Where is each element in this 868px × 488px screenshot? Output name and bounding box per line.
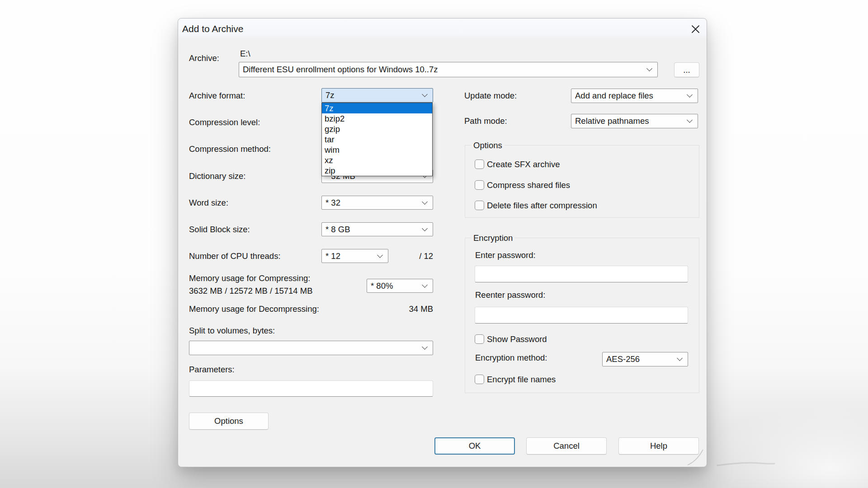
close-icon — [691, 25, 700, 33]
memory-decompress-value: 34 MB — [189, 304, 433, 314]
memory-compress-detail: 3632 MB / 12572 MB / 15714 MB — [189, 286, 313, 296]
show-password-checkbox[interactable] — [475, 334, 484, 344]
dropdown-item-gzip[interactable]: gzip — [322, 124, 432, 134]
dictionary-size-label: Dictionary size: — [189, 171, 245, 181]
browse-button-label: ... — [683, 65, 690, 75]
enter-password-label: Enter password: — [475, 250, 536, 260]
solid-block-combobox[interactable]: * 8 GB — [321, 222, 433, 236]
memory-compress-label: Memory usage for Compressing: — [189, 273, 310, 283]
titlebar: Add to Archive — [178, 19, 707, 39]
word-size-label: Word size: — [189, 198, 228, 208]
encryption-method-label: Encryption method: — [475, 353, 547, 363]
parameters-label: Parameters: — [189, 365, 235, 375]
encryption-method-value: AES-256 — [606, 354, 640, 364]
chevron-down-icon — [422, 225, 428, 231]
path-mode-value: Relative pathnames — [575, 116, 649, 126]
chevron-down-icon — [687, 117, 693, 123]
update-mode-combobox[interactable]: Add and replace files — [571, 89, 698, 103]
ok-button-label: OK — [469, 441, 481, 451]
reenter-password-input[interactable] — [475, 307, 688, 324]
dropdown-item-zip[interactable]: zip — [322, 165, 432, 176]
chevron-down-icon — [687, 92, 693, 98]
path-mode-label: Path mode: — [464, 116, 507, 126]
archive-name-combobox[interactable]: Different ESU enrollment options for Win… — [239, 62, 658, 77]
parameters-input[interactable] — [189, 380, 433, 397]
dropdown-item-bzip2[interactable]: bzip2 — [322, 113, 432, 124]
archive-drive-label: E:\ — [240, 49, 250, 59]
ok-button[interactable]: OK — [434, 437, 515, 455]
archive-label: Archive: — [189, 53, 219, 63]
compression-level-label: Compression level: — [189, 117, 260, 127]
create-sfx-label: Create SFX archive — [487, 160, 560, 169]
delete-files-label: Delete files after compression — [487, 201, 597, 210]
options-button[interactable]: Options — [189, 413, 269, 430]
solid-block-value: * 8 GB — [326, 225, 350, 234]
cancel-button-label: Cancel — [553, 441, 580, 451]
dropdown-item-xz[interactable]: xz — [322, 155, 432, 165]
archive-format-label: Archive format: — [189, 91, 245, 101]
split-volumes-combobox[interactable] — [189, 341, 433, 355]
help-button-label: Help — [650, 441, 667, 451]
dropdown-item-7z[interactable]: 7z — [322, 103, 432, 113]
chevron-down-icon — [422, 282, 428, 288]
archive-name-value: Different ESU enrollment options for Win… — [243, 65, 438, 74]
path-mode-combobox[interactable]: Relative pathnames — [571, 114, 698, 128]
encryption-group-title: Encryption — [471, 233, 515, 243]
encrypt-names-checkbox[interactable] — [475, 375, 484, 384]
add-to-archive-dialog: Add to Archive Archive: E:\ Different ES… — [178, 18, 707, 467]
encrypt-names-label: Encrypt file names — [487, 375, 556, 384]
split-volumes-label: Split to volumes, bytes: — [189, 326, 275, 336]
cpu-threads-label: Number of CPU threads: — [189, 251, 281, 261]
chevron-down-icon — [646, 66, 652, 71]
cpu-threads-value: * 12 — [326, 251, 340, 261]
background-smudge — [717, 460, 775, 467]
cpu-threads-combobox[interactable]: * 12 — [321, 249, 388, 263]
delete-files-checkbox[interactable] — [475, 201, 484, 210]
options-button-label: Options — [214, 416, 243, 426]
memory-usage-value: * 80% — [371, 281, 393, 291]
word-size-value: * 32 — [326, 198, 340, 207]
chevron-down-icon — [422, 344, 428, 350]
archive-format-dropdown: 7z bzip2 gzip tar wim xz zip — [321, 103, 433, 176]
enter-password-input[interactable] — [475, 266, 688, 282]
compress-shared-label: Compress shared files — [487, 180, 570, 190]
close-button[interactable] — [685, 22, 705, 36]
options-group-title: Options — [471, 141, 505, 150]
memory-usage-combobox[interactable]: * 80% — [367, 279, 433, 293]
encryption-method-combobox[interactable]: AES-256 — [602, 352, 688, 366]
cancel-button[interactable]: Cancel — [526, 437, 607, 455]
update-mode-label: Update mode: — [464, 91, 517, 101]
chevron-down-icon — [377, 252, 383, 258]
dropdown-item-wim[interactable]: wim — [322, 145, 432, 155]
chevron-down-icon — [422, 91, 428, 97]
archive-format-combobox[interactable]: 7z — [321, 88, 433, 103]
reenter-password-label: Reenter password: — [475, 290, 545, 300]
dropdown-item-tar[interactable]: tar — [322, 134, 432, 145]
word-size-combobox[interactable]: * 32 — [321, 196, 433, 210]
compression-method-label: Compression method: — [189, 144, 271, 154]
solid-block-size-label: Solid Block size: — [189, 225, 250, 235]
update-mode-value: Add and replace files — [575, 91, 653, 100]
chevron-down-icon — [677, 355, 683, 361]
cpu-threads-total: / 12 — [388, 251, 433, 261]
create-sfx-checkbox[interactable] — [475, 160, 484, 169]
show-password-label: Show Password — [487, 334, 547, 344]
chevron-down-icon — [422, 199, 428, 205]
resize-grip-icon — [683, 444, 705, 466]
browse-button[interactable]: ... — [674, 62, 699, 77]
dialog-title: Add to Archive — [182, 23, 243, 35]
compress-shared-checkbox[interactable] — [475, 180, 484, 190]
archive-format-value: 7z — [326, 90, 335, 100]
